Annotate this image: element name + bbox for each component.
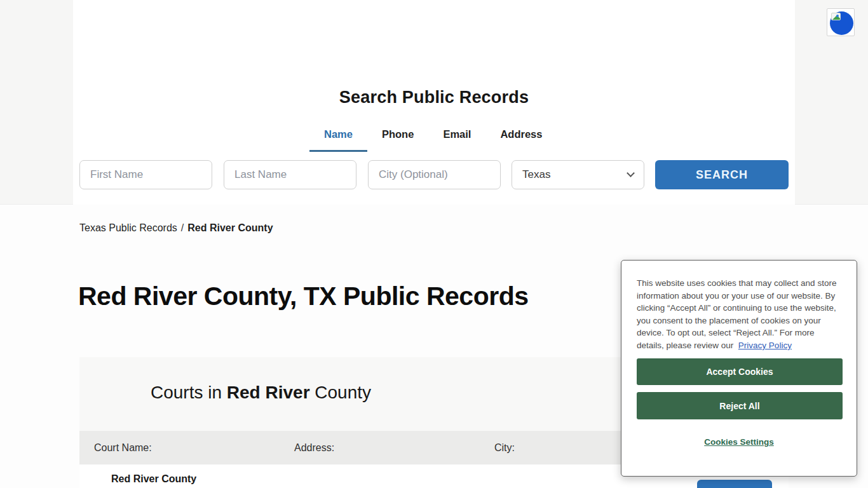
tab-address[interactable]: Address [485, 128, 557, 152]
tab-email[interactable]: Email [428, 128, 485, 152]
tab-phone[interactable]: Phone [367, 128, 428, 152]
column-address: Address: [294, 442, 494, 454]
state-selected-value: Texas [522, 168, 550, 181]
reject-all-button[interactable]: Reject All [637, 392, 843, 419]
cookies-settings-link[interactable]: Cookies Settings [704, 437, 774, 447]
column-court-name: Court Name: [94, 442, 294, 454]
breadcrumb: Texas Public Records/Red River County [79, 222, 273, 234]
state-select[interactable]: Texas [512, 160, 644, 189]
court-row-action-button[interactable] [697, 480, 772, 488]
accept-cookies-button[interactable]: Accept Cookies [637, 358, 843, 385]
breadcrumb-texas-public-records[interactable]: Texas Public Records [79, 222, 177, 233]
page: Search Public Records Name Phone Email A… [0, 0, 868, 488]
court-name-cell: Red River County [111, 473, 196, 485]
cookie-message: This website uses cookies that may colle… [637, 277, 841, 352]
first-name-input[interactable] [79, 160, 212, 189]
page-title: Red River County, TX Public Records [78, 281, 529, 311]
privacy-policy-link[interactable]: Privacy Policy [738, 341, 792, 350]
breadcrumb-current: Red River County [187, 222, 273, 233]
cookie-settings-row: Cookies Settings [621, 436, 857, 447]
search-button[interactable]: SEARCH [655, 160, 789, 189]
breadcrumb-separator: / [181, 222, 184, 233]
city-input[interactable] [368, 160, 501, 189]
search-tabs: Name Phone Email Address [309, 128, 557, 152]
accessibility-icon [830, 11, 853, 35]
search-section-title: Search Public Records [0, 88, 868, 107]
courts-heading: Courts in Red River County [151, 383, 371, 403]
tab-name[interactable]: Name [309, 128, 367, 152]
accessibility-widget-button[interactable] [827, 8, 855, 36]
broken-image-icon [831, 13, 841, 20]
cookie-consent-dialog: This website uses cookies that may colle… [621, 260, 857, 477]
last-name-input[interactable] [224, 160, 356, 189]
chevron-down-icon [627, 169, 635, 177]
